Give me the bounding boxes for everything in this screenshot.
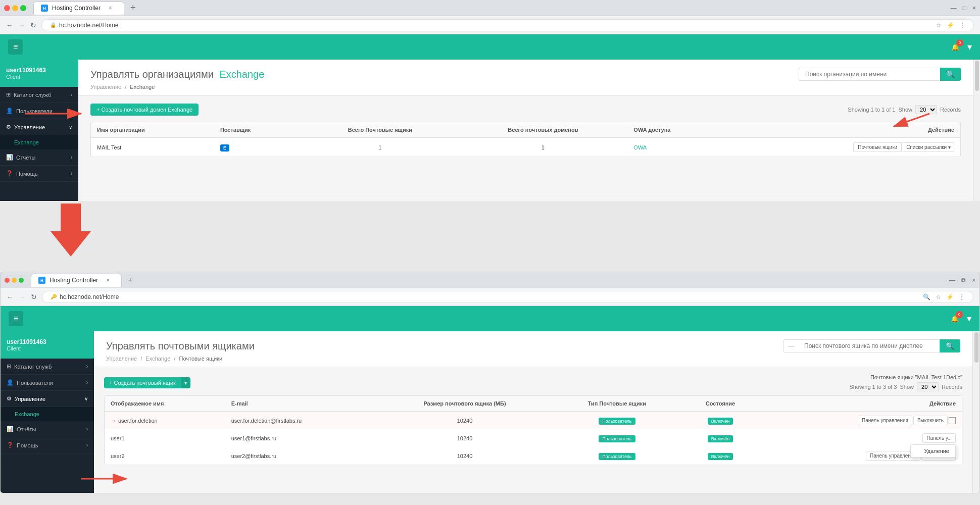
col-total-domains: Всего почтовых доменов <box>459 122 628 138</box>
mailboxes-btn[interactable]: Почтовые ящики <box>853 142 902 152</box>
help-label-2: Помощь <box>17 442 38 448</box>
minimize-btn-2[interactable]: — <box>949 277 955 284</box>
col-owa: OWA доступа <box>627 122 728 138</box>
maximize-btn-1[interactable]: □ <box>963 5 966 12</box>
display-name-2: user1 <box>105 429 225 447</box>
menu-icon-2[interactable]: ⋮ <box>959 293 965 300</box>
address-bar-2[interactable]: 🔑 hc.hoznode.net/Home 🔍 ☆ ⚡ ⋮ <box>42 291 973 303</box>
help-arrow-1: › <box>71 171 72 176</box>
bookmark-icon-2[interactable]: ☆ <box>936 293 941 300</box>
users-arrow-1: › <box>71 108 72 114</box>
scrollbar-2[interactable] <box>972 331 979 493</box>
sidebar-item-exchange-1[interactable]: Exchange <box>0 135 78 149</box>
create-exchange-btn[interactable]: + Создать почтовый домен Exchange <box>90 104 199 116</box>
search-btn-1[interactable]: 🔍 <box>940 68 961 81</box>
panel-btn-1[interactable]: Панель управления <box>858 416 912 425</box>
sidebar-item-users-2[interactable]: 👤 Пользователи › <box>1 375 94 391</box>
col-total-mailboxes: Всего Почтовые ящики <box>302 122 458 138</box>
tab-close-2[interactable]: × <box>106 277 110 284</box>
records-select-2[interactable]: 20 <box>917 382 939 391</box>
sidebar-item-users-1[interactable]: 👤 Пользователи › <box>0 103 78 119</box>
sidebar-item-manage-1[interactable]: ⚙ Управление ∨ <box>0 119 78 135</box>
search-input-1[interactable] <box>799 68 940 81</box>
sidebar-item-catalog-1[interactable]: ⊞ Каталог служб › <box>0 87 78 103</box>
browser-tab-1[interactable]: H Hosting Controller × <box>33 2 124 15</box>
sidebar-item-reports-2[interactable]: 📊 Отчёты › <box>1 421 94 437</box>
minimize-btn-1[interactable]: — <box>951 5 957 12</box>
close-btn-1[interactable]: × <box>972 5 976 12</box>
search-btn-2[interactable]: 🔍 <box>940 339 960 352</box>
user-menu-icon-2[interactable]: ▾ <box>967 313 971 324</box>
help-icon-2: ❓ <box>7 442 14 448</box>
users-label-2: Пользователи <box>17 380 53 386</box>
hamburger-btn-1[interactable]: ≡ <box>8 39 23 55</box>
notification-icon-2[interactable]: 🔔 0 <box>951 315 959 323</box>
create-mailbox-btn[interactable]: + Создать почтовый ящик <box>104 377 181 388</box>
status-badge-3: Включён <box>708 453 733 460</box>
status-3: Включён <box>682 447 759 465</box>
total-domains-cell: 1 <box>459 138 628 157</box>
app-topbar-1: ≡ 🔔 0 ▾ <box>0 34 980 60</box>
size-1: 10240 <box>377 412 552 430</box>
sidebar-item-reports-1[interactable]: 📊 Отчёты › <box>0 149 78 166</box>
table-container-1: Имя организации Поставщик Всего Почтовые… <box>90 122 961 157</box>
reports-arrow-2: › <box>86 426 88 432</box>
manage-arrow-2: ∨ <box>84 396 88 401</box>
hamburger-btn-2[interactable]: ≡ <box>9 311 23 326</box>
search-input-2[interactable] <box>798 339 940 352</box>
owa-link[interactable]: OWA <box>633 144 647 150</box>
notification-icon-1[interactable]: 🔔 0 <box>951 43 959 51</box>
col-email: E-mail <box>225 396 378 412</box>
col-type: Тип Почтовые ящики <box>552 396 682 412</box>
reload-btn-1[interactable]: ↻ <box>30 21 36 29</box>
extensions-icon-2[interactable]: ⚡ <box>946 293 954 300</box>
mailing-lists-btn[interactable]: Списки рассылки ▾ <box>903 142 954 152</box>
tab-close-1[interactable]: × <box>109 5 112 12</box>
forward-btn-2[interactable]: → <box>19 293 26 301</box>
status-badge-2: Включён <box>708 435 733 442</box>
reports-icon-1: 📊 <box>6 154 13 161</box>
user-menu-icon-1[interactable]: ▾ <box>967 41 972 53</box>
disable-btn-1[interactable]: Выключить <box>913 416 948 425</box>
panel-btn-2[interactable]: Панель у... <box>922 433 956 443</box>
sidebar-item-catalog-2[interactable]: ⊞ Каталог служб › <box>1 359 94 375</box>
col-action: Действие <box>728 122 960 138</box>
forward-btn-1[interactable]: → <box>18 21 25 29</box>
reload-btn-2[interactable]: ↻ <box>31 293 37 301</box>
page-title-1: Управлять организациями Exchange <box>90 69 264 80</box>
records-label-2: Records <box>942 384 962 390</box>
reports-arrow-1: › <box>71 155 72 160</box>
new-tab-button-1[interactable]: + <box>127 3 139 13</box>
notification-badge-2: 0 <box>956 311 963 318</box>
showing-text-2: Showing 1 to 3 of 3 <box>849 384 897 390</box>
create-mailbox-dropdown[interactable]: ▾ <box>181 377 190 388</box>
bookmark-icon-1[interactable]: ☆ <box>936 22 942 29</box>
back-btn-1[interactable]: ← <box>6 21 13 29</box>
owa-cell[interactable]: OWA <box>627 138 728 157</box>
new-tab-button-2[interactable]: + <box>125 276 135 285</box>
url-text-2: hc.hoznode.net/Home <box>60 293 119 300</box>
checkbox-1[interactable] <box>949 417 956 424</box>
provider-cell: E <box>214 138 302 157</box>
catalog-arrow-2: › <box>86 364 88 369</box>
delete-option[interactable]: Удаление <box>911 445 955 457</box>
col-provider: Поставщик <box>214 122 302 138</box>
browser-tab-2[interactable]: H Hosting Controller × <box>31 274 122 287</box>
sidebar-item-help-2[interactable]: ❓ Помощь › <box>1 437 94 453</box>
close-btn-2[interactable]: × <box>972 277 975 284</box>
sidebar-item-help-1[interactable]: ❓ Помощь › <box>0 166 78 182</box>
sidebar-role-2: Client <box>7 345 88 351</box>
display-name-3: user2 <box>105 447 225 465</box>
zoom-icon-2[interactable]: 🔍 <box>923 293 930 300</box>
extensions-icon-1[interactable]: ⚡ <box>947 22 954 29</box>
sidebar-username-1: user11091463 <box>6 67 72 74</box>
records-select-1[interactable]: 20 <box>915 105 937 114</box>
address-bar-1[interactable]: 🔒 hc.hoznode.net/Home ☆ ⚡ ⋮ <box>41 19 974 31</box>
restore-btn-2[interactable]: ⧉ <box>961 277 966 284</box>
scrollbar-1[interactable] <box>973 60 980 201</box>
sidebar-item-exchange-2[interactable]: Exchange <box>1 407 94 421</box>
back-btn-2[interactable]: ← <box>7 293 14 301</box>
sidebar-item-manage-2[interactable]: ⚙ Управление ∨ <box>1 391 94 407</box>
email-3: user2@firstlabs.ru <box>225 447 378 465</box>
menu-icon-1[interactable]: ⋮ <box>959 22 965 29</box>
